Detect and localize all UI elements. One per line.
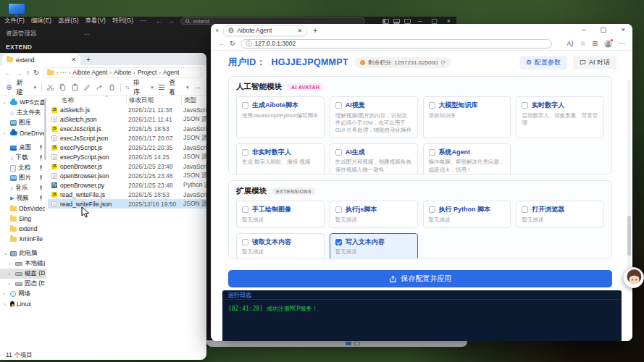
toggle-panel-icon[interactable]	[393, 19, 400, 24]
browser-tab[interactable]: Aibote Agent ✕	[223, 25, 307, 36]
file-row[interactable]: JSexecJsScript.js2026/1/5 18:53JavaScrip…	[48, 124, 206, 133]
split-screen-icon[interactable]: ⊞	[592, 40, 598, 47]
new-button[interactable]: 新建	[16, 78, 28, 97]
column-date[interactable]: 修改日期	[126, 96, 181, 105]
menu-item[interactable]: 选择(S)	[58, 17, 78, 24]
menu-item[interactable]: 转到(G)	[112, 17, 133, 24]
sidebar-item--[interactable]: ♪音乐	[0, 183, 46, 193]
favorite-star-icon[interactable]: ☆	[580, 40, 585, 47]
ai-chat-button[interactable]: AI 对话	[573, 56, 616, 70]
back-icon[interactable]: ←	[218, 40, 225, 47]
checkbox-unchecked[interactable]	[242, 102, 248, 109]
sidebar-item--[interactable]: ↓下载	[0, 153, 46, 163]
module-card[interactable]: 大模型知识库添加知识库	[423, 96, 511, 138]
new-item-icon[interactable]: ⊕	[6, 83, 12, 91]
menu-item[interactable]: 编辑(E)	[31, 17, 51, 24]
sort-button[interactable]: 排序	[133, 78, 146, 97]
sidebar-item--[interactable]: ›网络	[0, 289, 46, 299]
refresh-credits-icon[interactable]: ⟳	[440, 59, 446, 66]
copy-icon[interactable]	[59, 83, 67, 91]
explorer-tab-extend[interactable]: extend ✕	[2, 54, 80, 65]
file-row[interactable]: {}openBrowser.json2026/1/25 23:48JSON 源文…	[48, 171, 206, 180]
file-row[interactable]: {}read_writeFile.json2025/12/16 19:50JSO…	[48, 199, 206, 209]
sidebar-item--[interactable]: ⌂主文件夹	[0, 108, 46, 118]
module-card[interactable]: 执行 Python 脚本暂无描述	[423, 201, 511, 228]
page-scrollbar-thumb[interactable]	[627, 216, 631, 256]
module-card[interactable]: 打开浏览器暂无描述	[516, 201, 604, 228]
breadcrumb-item[interactable]: ···	[60, 69, 67, 76]
forward-icon[interactable]: →	[168, 17, 175, 25]
forward-icon[interactable]: →	[15, 69, 22, 77]
checkbox-unchecked[interactable]	[335, 102, 342, 109]
refresh-icon[interactable]: ↻	[230, 40, 235, 47]
breadcrumb-item[interactable]: Agent	[163, 69, 179, 76]
new-tab-button[interactable]: +	[86, 56, 91, 64]
rename-icon[interactable]	[83, 83, 91, 91]
file-row[interactable]: {}execJsScript.json2026/1/17 20:07JSON 源…	[48, 133, 206, 143]
view-button[interactable]: 查看	[169, 78, 181, 97]
cut-icon[interactable]	[46, 83, 54, 91]
checkbox-checked[interactable]	[335, 239, 342, 245]
checkbox-unchecked[interactable]	[522, 102, 528, 109]
address-bar[interactable]: ⓘ 127.0.0.1:3002	[241, 39, 552, 49]
config-params-button[interactable]: ⚙ 配置参数	[519, 56, 567, 70]
module-card[interactable]: 读取文本内容暂无描述	[236, 233, 325, 259]
file-row[interactable]: JSread_writeFile.js2026/1/5 18:53JavaScr…	[48, 190, 206, 199]
module-card[interactable]: AI生成生成图片和视频，创建视频角色保持视频人物一致性	[330, 143, 418, 174]
sidebar-item--e-[interactable]: ›固态 (E:)	[0, 279, 46, 289]
checkbox-unchecked[interactable]	[429, 206, 435, 213]
profile-avatar[interactable]	[604, 40, 612, 48]
file-row[interactable]: {}aiSketch.json2026/1/21 11:41JSON 源文...	[48, 114, 206, 124]
close-tab-icon[interactable]: ✕	[71, 56, 76, 63]
file-row[interactable]: JSexecPyScript.js2026/1/21 20:35JavaScri…	[48, 143, 206, 152]
module-card[interactable]: 写入文本内容暂无描述	[330, 233, 418, 259]
column-name[interactable]: 名称⌃	[48, 96, 126, 105]
module-card[interactable]: 实时数字人启动数字人、切换形象、背景管理	[516, 96, 604, 138]
paste-icon[interactable]	[71, 83, 79, 91]
delete-icon[interactable]	[108, 83, 116, 91]
back-icon[interactable]: ←	[4, 69, 12, 77]
toggle-sidebar-icon[interactable]	[382, 19, 389, 24]
module-card[interactable]: 执行js脚本暂无描述	[330, 201, 418, 228]
menu-item[interactable]: 文件(F)	[4, 17, 25, 24]
checkbox-unchecked[interactable]	[429, 102, 435, 109]
checkbox-unchecked[interactable]	[242, 239, 248, 245]
sidebar-scrollbar[interactable]	[44, 98, 46, 160]
sidebar-item--[interactable]: 桌面	[0, 143, 46, 153]
module-card[interactable]: 生成Aibote脚本使用JavaScript/Python编写脚本	[236, 96, 325, 138]
sidebar-item--c-[interactable]: ›本地磁盘 (C:)	[0, 258, 46, 269]
sidebar-item--[interactable]: 文档	[0, 163, 46, 173]
sidebar-item-wps-[interactable]: ›WPS云盘	[0, 98, 46, 108]
checkbox-unchecked[interactable]	[335, 206, 342, 213]
sidebar-item--[interactable]: 图片	[0, 173, 46, 183]
site-info-icon[interactable]: ⓘ	[246, 40, 252, 48]
file-row[interactable]: JSaiSketch.js2026/1/21 11:38JavaScript	[48, 105, 206, 114]
sidebar-item-xminfile[interactable]: XminFile	[0, 234, 46, 244]
save-config-button[interactable]: 保存配置并应用	[228, 270, 612, 287]
sidebar-item-obsvideo[interactable]: ObsVideo	[0, 203, 46, 214]
breadcrumb-item[interactable]: Project	[138, 69, 156, 76]
sidebar-item-linux[interactable]: ›Linux	[0, 299, 46, 309]
refresh-icon[interactable]: ↻	[33, 69, 39, 77]
checkbox-unchecked[interactable]	[335, 149, 342, 156]
module-card[interactable]: 手工绘制图像暂无描述	[236, 201, 325, 228]
checkbox-unchecked[interactable]	[242, 206, 248, 213]
sidebar-item--[interactable]: ⌄此电脑	[0, 248, 46, 258]
read-aloud-icon[interactable]: A)	[566, 40, 573, 47]
sidebar-item--[interactable]: ▶视频	[0, 193, 46, 203]
sidebar-item-extend[interactable]: extend	[0, 224, 46, 234]
up-icon[interactable]: ↑	[26, 69, 30, 77]
maximize-icon[interactable]: ▢	[600, 25, 606, 33]
file-row[interactable]: PyopenBrowser.py2026/1/25 23:48Python 源.…	[48, 180, 206, 190]
checkbox-unchecked[interactable]	[522, 206, 528, 213]
file-row[interactable]: {}execPyScript.json2026/1/5 14:25JSON 源文…	[48, 152, 206, 161]
tab-search-icon[interactable]: ∨	[215, 28, 219, 33]
sidebar-item--d-[interactable]: ›磁盘 (D:)	[0, 269, 46, 279]
share-icon[interactable]	[96, 83, 104, 91]
menu-item[interactable]: 查看(V)	[85, 17, 106, 24]
module-card[interactable]: 非实时数字人生成 数字人唱歌、播报 视频	[236, 143, 325, 174]
column-type[interactable]: 类型	[181, 96, 206, 105]
sidebar-item-onedrive-per[interactable]: ›OneDrive - Per	[0, 128, 46, 138]
file-row[interactable]: JSopenBrowser.js2026/1/25 23:48JavaScrip…	[48, 161, 206, 171]
close-icon[interactable]: ×	[621, 25, 625, 33]
